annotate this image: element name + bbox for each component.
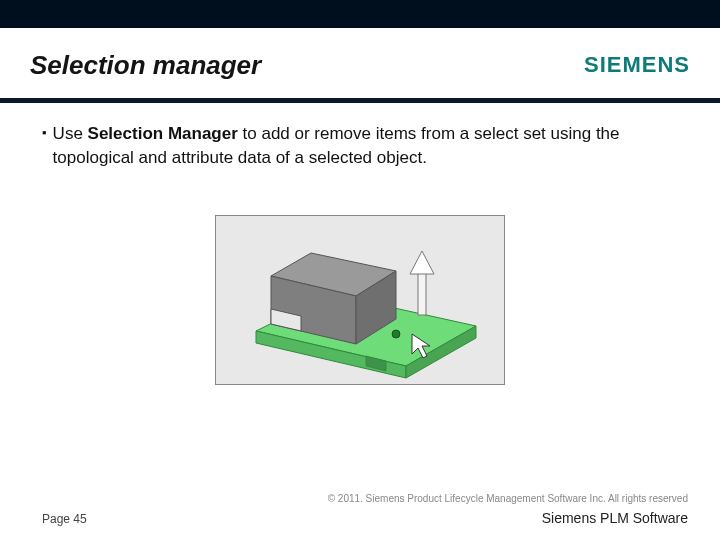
footer-row: Page 45 Siemens PLM Software xyxy=(42,510,688,526)
header: Selection manager SIEMENS xyxy=(30,40,690,90)
bullet-marker-icon: ▪ xyxy=(42,122,47,144)
page-title: Selection manager xyxy=(30,50,261,81)
top-bar xyxy=(0,0,720,28)
cad-svg xyxy=(216,216,505,385)
bullet-strong: Selection Manager xyxy=(88,124,238,143)
footer-brand: Siemens PLM Software xyxy=(542,510,688,526)
body-content: ▪ Use Selection Manager to add or remove… xyxy=(42,122,678,170)
siemens-logo: SIEMENS xyxy=(584,52,690,78)
bullet-item: ▪ Use Selection Manager to add or remove… xyxy=(42,122,678,170)
figure-container xyxy=(0,215,720,385)
svg-rect-10 xyxy=(418,271,426,315)
bullet-text: Use Selection Manager to add or remove i… xyxy=(53,122,678,170)
svg-point-9 xyxy=(392,330,400,338)
cad-illustration xyxy=(215,215,505,385)
page-number: Page 45 xyxy=(42,512,87,526)
copyright-text: © 2011. Siemens Product Lifecycle Manage… xyxy=(42,493,688,504)
header-divider xyxy=(0,98,720,103)
footer: © 2011. Siemens Product Lifecycle Manage… xyxy=(42,493,688,526)
slide: Selection manager SIEMENS ▪ Use Selectio… xyxy=(0,0,720,540)
bullet-prefix: Use xyxy=(53,124,88,143)
